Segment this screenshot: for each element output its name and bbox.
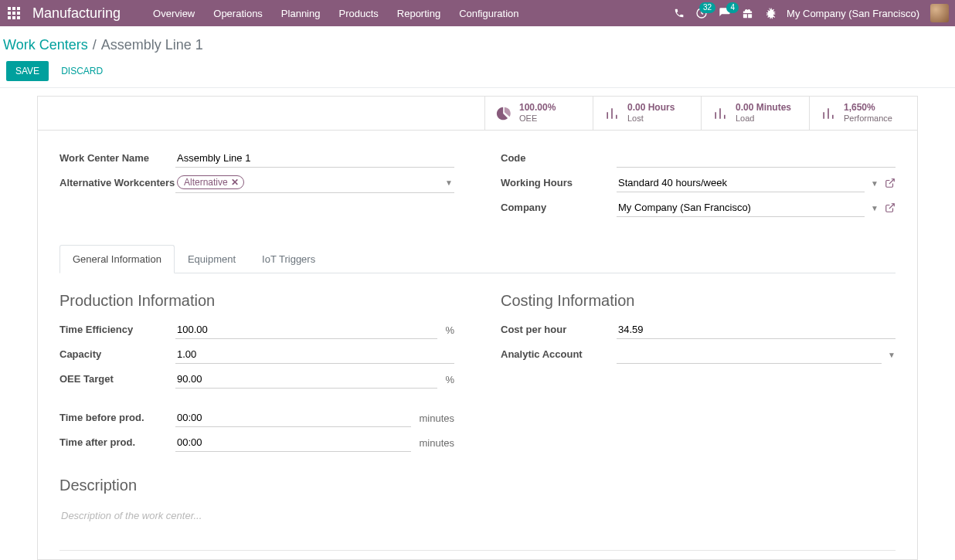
input-description[interactable] [59, 505, 896, 551]
heading-production-info: Production Information [59, 292, 454, 310]
stat-label: Performance [844, 114, 892, 124]
label-work-center-name: Work Center Name [59, 149, 175, 164]
svg-rect-2 [17, 7, 20, 10]
input-capacity[interactable] [175, 345, 454, 364]
discuss-icon[interactable]: 4 [719, 7, 731, 19]
menu-configuration[interactable]: Configuration [450, 2, 528, 25]
stat-lost[interactable]: 0.00 Hours Lost [593, 97, 701, 130]
menu-reporting[interactable]: Reporting [388, 2, 450, 25]
label-time-before: Time before prod. [59, 409, 175, 423]
menu-products[interactable]: Products [329, 2, 387, 25]
svg-rect-5 [17, 12, 20, 15]
input-time-before[interactable] [175, 409, 411, 427]
pie-chart-icon [496, 106, 511, 121]
discuss-badge: 4 [726, 2, 739, 13]
chevron-down-icon[interactable]: ▼ [871, 179, 879, 188]
stat-value: 0.00 Minutes [736, 103, 791, 114]
form-actions: SAVE DISCARD [0, 56, 955, 81]
notebook-tabs: General Information Equipment IoT Trigge… [59, 245, 896, 273]
tab-iot-triggers[interactable]: IoT Triggers [249, 245, 328, 273]
stat-label: Lost [627, 114, 675, 124]
discard-button[interactable]: DISCARD [61, 66, 103, 76]
stat-load[interactable]: 0.00 Minutes Load [701, 97, 809, 130]
apps-icon[interactable] [6, 5, 22, 21]
bar-chart-icon [821, 106, 836, 121]
debug-icon[interactable] [764, 8, 776, 19]
input-time-efficiency[interactable] [175, 321, 437, 339]
tag-label: Alternative [184, 177, 228, 188]
svg-rect-7 [12, 16, 15, 19]
menu-overview[interactable]: Overview [144, 2, 204, 25]
tag-alternative[interactable]: Alternative ✕ [177, 175, 244, 189]
bar-chart-icon [712, 106, 728, 121]
label-time-efficiency: Time Efficiency [59, 321, 175, 335]
stat-value: 0.00 Hours [627, 103, 675, 114]
svg-rect-3 [8, 12, 11, 15]
label-working-hours: Working Hours [501, 174, 617, 188]
activities-icon[interactable]: 32 [695, 7, 708, 19]
unit-minutes: minutes [419, 412, 454, 424]
input-working-hours[interactable] [617, 174, 865, 192]
stat-label: Load [736, 114, 791, 124]
chevron-down-icon[interactable]: ▼ [871, 204, 879, 212]
label-analytic-account: Analytic Account [501, 345, 617, 360]
gift-icon[interactable] [742, 8, 753, 19]
breadcrumb: Work Centers / Assembly Line 1 [0, 32, 955, 56]
tab-equipment[interactable]: Equipment [175, 245, 249, 273]
main-navbar: Manufacturing Overview Operations Planni… [0, 0, 955, 26]
chevron-down-icon[interactable]: ▼ [445, 178, 453, 187]
tab-general-information[interactable]: General Information [59, 245, 175, 273]
label-company: Company [501, 199, 617, 213]
save-button[interactable]: SAVE [6, 61, 49, 81]
navbar-right: 32 4 My Company (San Francisco) [674, 4, 949, 22]
external-link-icon[interactable] [885, 202, 896, 213]
heading-costing-info: Costing Information [501, 292, 896, 310]
svg-rect-1 [12, 7, 15, 10]
phone-icon[interactable] [674, 8, 685, 19]
heading-description: Description [59, 477, 896, 494]
input-company[interactable] [617, 199, 865, 217]
stat-value: 100.00% [519, 103, 556, 114]
bar-chart-icon [604, 106, 620, 121]
input-work-center-name[interactable] [175, 149, 454, 168]
svg-rect-0 [8, 7, 11, 10]
breadcrumb-current: Assembly Line 1 [101, 37, 203, 53]
external-link-icon[interactable] [885, 178, 896, 188]
activities-badge: 32 [699, 2, 715, 13]
svg-line-20 [889, 204, 894, 209]
svg-rect-4 [12, 12, 15, 15]
unit-minutes: minutes [419, 437, 454, 449]
label-cost-per-hour: Cost per hour [501, 321, 617, 335]
close-icon[interactable]: ✕ [231, 177, 239, 188]
menu-operations[interactable]: Operations [204, 2, 272, 25]
unit-percent: % [445, 324, 454, 336]
stat-value: 1,650% [844, 103, 892, 114]
breadcrumb-parent[interactable]: Work Centers [3, 37, 88, 53]
label-time-after: Time after prod. [59, 433, 175, 448]
company-selector[interactable]: My Company (San Francisco) [787, 8, 919, 19]
chevron-down-icon[interactable]: ▼ [888, 351, 896, 359]
stat-oee[interactable]: 100.00% OEE [484, 97, 593, 130]
input-time-after[interactable] [175, 433, 411, 452]
label-oee-target: OEE Target [59, 370, 175, 385]
input-code[interactable] [617, 149, 896, 168]
input-cost-per-hour[interactable] [617, 321, 896, 339]
label-code: Code [501, 149, 617, 164]
input-oee-target[interactable] [175, 370, 437, 389]
main-menu: Overview Operations Planning Products Re… [144, 2, 528, 25]
label-capacity: Capacity [59, 345, 175, 360]
svg-rect-8 [17, 16, 20, 19]
control-bar: Work Centers / Assembly Line 1 SAVE DISC… [0, 26, 955, 88]
unit-percent: % [445, 374, 454, 385]
user-avatar[interactable] [930, 4, 949, 22]
stat-label: OEE [519, 114, 556, 124]
app-brand[interactable]: Manufacturing [32, 5, 121, 22]
input-analytic-account[interactable] [617, 345, 882, 364]
form-sheet: 100.00% OEE 0.00 Hours Lost 0.00 Minut [37, 96, 918, 560]
menu-planning[interactable]: Planning [272, 2, 330, 25]
stat-performance[interactable]: 1,650% Performance [809, 97, 917, 130]
label-alt-workcenters: Alternative Workcenters [59, 174, 175, 188]
breadcrumb-sep: / [93, 37, 97, 53]
input-alt-workcenters[interactable]: Alternative ✕ ▼ [175, 174, 454, 193]
svg-line-19 [889, 179, 894, 184]
